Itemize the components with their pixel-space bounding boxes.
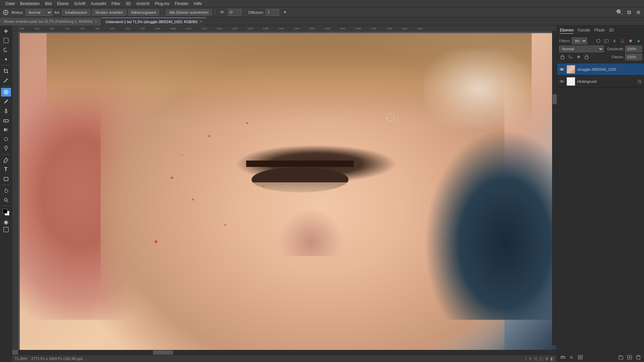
menu-item-hilfe[interactable]: Hilfe — [191, 1, 205, 7]
lock-position-icon[interactable]: ✥ — [575, 54, 582, 60]
tab-0[interactable]: Muster erstellen.psdc bei 15,7% (Farbfül… — [0, 17, 102, 25]
menu-item-ebene[interactable]: Ebene — [54, 1, 71, 7]
tool-gradient[interactable] — [1, 125, 11, 134]
layer-item-1[interactable]: Hintergrund — [557, 75, 644, 87]
tab-3d[interactable]: 3D — [609, 27, 614, 34]
tab-1[interactable]: Unbenannt-1 bei 71,5% (struggle-3805349_… — [102, 17, 207, 25]
menu-item-3d[interactable]: 3D — [123, 1, 133, 7]
main-layout: ✥ ✦ — [0, 25, 644, 362]
tool-text[interactable]: T — [1, 165, 11, 174]
menu-item-bild[interactable]: Bild — [42, 1, 54, 7]
tool-frame[interactable] — [3, 227, 9, 232]
scrollbar-vertical[interactable] — [552, 32, 557, 345]
tool-select-rect[interactable] — [1, 36, 11, 45]
layer-new-icon[interactable] — [626, 354, 633, 361]
fill-input[interactable] — [625, 54, 642, 60]
tab-ebenen[interactable]: Ebenen — [560, 27, 574, 34]
filter-icon-smart[interactable] — [627, 38, 634, 44]
svg-point-17 — [5, 146, 7, 149]
tool-dodge[interactable] — [1, 144, 11, 153]
menu-item-fenster[interactable]: Fenster — [172, 1, 191, 7]
mode-select[interactable]: Normal — [25, 9, 52, 16]
tool-lasso[interactable] — [1, 46, 11, 54]
filter-icon-type[interactable]: A — [611, 38, 618, 44]
layer-link-icon[interactable] — [559, 354, 567, 361]
filter-icon-adjust[interactable] — [603, 38, 610, 44]
svg-text:550: 550 — [20, 27, 24, 30]
tool-brush[interactable] — [1, 97, 11, 106]
tool-heal[interactable] — [1, 88, 11, 97]
tool-hand[interactable] — [1, 186, 11, 195]
tool-eraser[interactable] — [1, 116, 11, 125]
angle-input[interactable] — [228, 9, 241, 16]
layer-delete-icon[interactable] — [635, 354, 642, 361]
color-foreground[interactable] — [1, 207, 11, 217]
svg-text:1800: 1800 — [401, 27, 408, 30]
lock-image-icon[interactable] — [567, 54, 574, 60]
filter-label: Filtern: — [559, 39, 571, 43]
tool-magic-wand[interactable]: ✦ — [1, 55, 11, 64]
inhaltsbasiert-button[interactable]: Inhaltsbasiert — [62, 9, 90, 15]
filter-onoff[interactable]: ● — [635, 38, 642, 44]
filter-type-select[interactable]: Art — [572, 38, 587, 44]
filter-icon-shape[interactable] — [619, 38, 626, 44]
layout-icon[interactable]: ⧉ — [625, 9, 633, 16]
menu-item-bearbeiten[interactable]: Bearbeiten — [17, 1, 42, 7]
menu-item-auswahl[interactable]: Auswahl — [88, 1, 109, 7]
window-icon[interactable]: ⊞ — [635, 9, 642, 16]
menu-item-plugins[interactable]: Plug-ins — [152, 1, 172, 7]
lock-artboard-icon[interactable] — [583, 54, 590, 60]
document-dimensions: 2771 Px x 1869 Px (182,88 ppi) — [31, 357, 83, 361]
left-ruler — [12, 32, 18, 350]
svg-text:1450: 1450 — [293, 27, 300, 30]
search-icon[interactable]: 🔍 — [616, 9, 623, 16]
layer-eye-1[interactable] — [559, 79, 565, 84]
tab-1-label: Unbenannt-1 bei 71,5% (struggle-3805349_… — [106, 20, 198, 24]
scrollbar-horizontal[interactable] — [18, 350, 557, 355]
svg-text:800: 800 — [95, 27, 100, 30]
tool-shape[interactable] — [1, 175, 11, 183]
opacity-input[interactable] — [625, 46, 642, 52]
diffusion-dropdown-icon[interactable]: ▼ — [281, 9, 288, 16]
tool-crop[interactable] — [1, 67, 11, 75]
lock-transparent-icon[interactable] — [559, 54, 566, 60]
menu-item-datei[interactable]: Datei — [3, 1, 17, 7]
layer-item-0[interactable]: struggle-3805349_1920 — [557, 63, 644, 75]
menu-item-filter[interactable]: Filter — [109, 1, 123, 7]
layer-mask-icon[interactable] — [577, 354, 584, 361]
naeherungswert-button[interactable]: Näherungswert — [128, 9, 159, 15]
svg-text:700: 700 — [65, 27, 70, 30]
svg-text:950: 950 — [141, 27, 145, 30]
filter-icon-fx[interactable] — [595, 38, 602, 44]
svg-text:850: 850 — [110, 27, 115, 30]
tab-pfade[interactable]: Pfade — [594, 27, 605, 34]
svg-point-59 — [569, 55, 570, 57]
zoom-level: 71,45% — [15, 357, 27, 361]
canvas-viewport[interactable] — [12, 32, 557, 350]
layer-fx-icon[interactable]: fx — [568, 354, 575, 361]
tool-move[interactable]: ✥ — [1, 27, 11, 36]
tab-kanaele[interactable]: Kanäle — [578, 27, 590, 34]
active-tool-icon — [2, 9, 9, 16]
art-label: Art: — [54, 10, 60, 14]
struktur-button[interactable]: Struktur erstellen — [92, 9, 126, 15]
tool-mask[interactable]: ◉ — [1, 218, 11, 226]
tab-0-close[interactable]: ✕ — [95, 19, 97, 23]
tool-pen[interactable] — [1, 156, 11, 165]
diffusion-input[interactable] — [266, 9, 279, 16]
tool-eyedrop[interactable] — [1, 76, 11, 85]
canvas-container[interactable] — [18, 32, 557, 350]
layer-eye-0[interactable] — [559, 67, 565, 72]
svg-text:1500: 1500 — [309, 27, 315, 30]
svg-text:1000: 1000 — [155, 27, 161, 30]
tab-1-close[interactable]: ✕ — [200, 20, 202, 23]
menu-item-schrift[interactable]: Schrift — [71, 1, 88, 7]
tool-zoom[interactable] — [1, 196, 11, 204]
tool-blur[interactable] — [1, 135, 11, 143]
alle-ebenen-button[interactable]: Alle Ebenen aufnehmen — [166, 9, 211, 15]
layer-group-icon[interactable] — [617, 354, 625, 361]
blend-mode-select[interactable]: Normal — [559, 46, 604, 52]
tool-clone[interactable] — [1, 107, 11, 115]
menu-item-ansicht[interactable]: Ansicht — [133, 1, 152, 7]
svg-rect-66 — [619, 356, 623, 359]
